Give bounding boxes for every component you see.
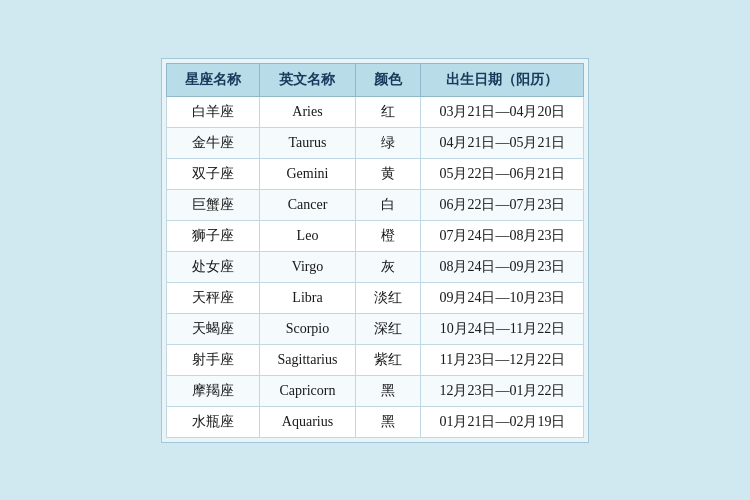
table-cell-0-3: 03月21日—04月20日 [421,96,584,127]
table-row: 射手座Sagittarius紫红11月23日—12月22日 [166,344,584,375]
table-row: 天蝎座Scorpio深红10月24日—11月22日 [166,313,584,344]
table-row: 双子座Gemini黄05月22日—06月21日 [166,158,584,189]
table-cell-7-3: 10月24日—11月22日 [421,313,584,344]
table-cell-10-1: Aquarius [259,406,356,437]
table-cell-8-2: 紫红 [356,344,421,375]
table-row: 摩羯座Capricorn黑12月23日—01月22日 [166,375,584,406]
zodiac-table: 星座名称英文名称颜色出生日期（阳历） 白羊座Aries红03月21日—04月20… [166,63,585,438]
table-cell-5-3: 08月24日—09月23日 [421,251,584,282]
table-cell-2-3: 05月22日—06月21日 [421,158,584,189]
table-cell-2-0: 双子座 [166,158,259,189]
table-cell-9-2: 黑 [356,375,421,406]
table-cell-5-2: 灰 [356,251,421,282]
table-cell-3-1: Cancer [259,189,356,220]
table-cell-4-2: 橙 [356,220,421,251]
table-cell-3-2: 白 [356,189,421,220]
zodiac-table-container: 星座名称英文名称颜色出生日期（阳历） 白羊座Aries红03月21日—04月20… [161,58,590,443]
table-cell-0-1: Aries [259,96,356,127]
table-cell-10-3: 01月21日—02月19日 [421,406,584,437]
table-cell-10-2: 黑 [356,406,421,437]
table-cell-9-0: 摩羯座 [166,375,259,406]
table-cell-10-0: 水瓶座 [166,406,259,437]
table-cell-1-3: 04月21日—05月21日 [421,127,584,158]
table-row: 金牛座Taurus绿04月21日—05月21日 [166,127,584,158]
table-row: 天秤座Libra淡红09月24日—10月23日 [166,282,584,313]
table-row: 白羊座Aries红03月21日—04月20日 [166,96,584,127]
column-header-3: 出生日期（阳历） [421,63,584,96]
table-cell-5-1: Virgo [259,251,356,282]
table-cell-1-2: 绿 [356,127,421,158]
table-cell-6-1: Libra [259,282,356,313]
table-cell-9-1: Capricorn [259,375,356,406]
table-cell-2-2: 黄 [356,158,421,189]
table-cell-4-1: Leo [259,220,356,251]
table-cell-7-1: Scorpio [259,313,356,344]
table-cell-0-0: 白羊座 [166,96,259,127]
table-cell-0-2: 红 [356,96,421,127]
table-cell-8-0: 射手座 [166,344,259,375]
table-cell-6-2: 淡红 [356,282,421,313]
table-cell-3-3: 06月22日—07月23日 [421,189,584,220]
table-row: 狮子座Leo橙07月24日—08月23日 [166,220,584,251]
table-cell-4-0: 狮子座 [166,220,259,251]
table-cell-8-1: Sagittarius [259,344,356,375]
table-cell-2-1: Gemini [259,158,356,189]
table-cell-4-3: 07月24日—08月23日 [421,220,584,251]
table-cell-8-3: 11月23日—12月22日 [421,344,584,375]
table-cell-7-2: 深红 [356,313,421,344]
table-cell-1-0: 金牛座 [166,127,259,158]
table-cell-6-0: 天秤座 [166,282,259,313]
table-cell-7-0: 天蝎座 [166,313,259,344]
table-header-row: 星座名称英文名称颜色出生日期（阳历） [166,63,584,96]
table-cell-9-3: 12月23日—01月22日 [421,375,584,406]
table-cell-1-1: Taurus [259,127,356,158]
table-cell-5-0: 处女座 [166,251,259,282]
table-row: 处女座Virgo灰08月24日—09月23日 [166,251,584,282]
table-row: 水瓶座Aquarius黑01月21日—02月19日 [166,406,584,437]
table-cell-3-0: 巨蟹座 [166,189,259,220]
table-row: 巨蟹座Cancer白06月22日—07月23日 [166,189,584,220]
column-header-1: 英文名称 [259,63,356,96]
column-header-2: 颜色 [356,63,421,96]
table-cell-6-3: 09月24日—10月23日 [421,282,584,313]
column-header-0: 星座名称 [166,63,259,96]
